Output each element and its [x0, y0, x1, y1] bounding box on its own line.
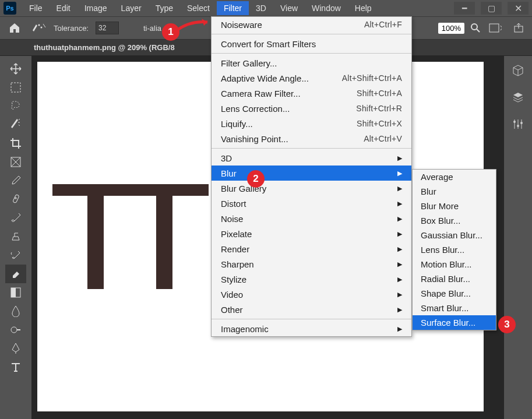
tolerance-label: Tolerance: — [54, 24, 89, 33]
frame-tool-icon[interactable] — [5, 153, 26, 171]
blur-submenu: AverageBlurBlur MoreBox Blur...Gaussian … — [412, 169, 496, 330]
menu-item-stylize[interactable]: Stylize▶ — [212, 272, 411, 287]
menu-item-render[interactable]: Render▶ — [212, 241, 411, 256]
antialias-label: ti-alia — [143, 24, 161, 33]
svg-point-11 — [513, 121, 516, 123]
tool-panel — [0, 56, 31, 419]
menu-item-noiseware[interactable]: NoisewareAlt+Ctrl+F — [212, 17, 411, 32]
svg-rect-9 — [11, 288, 16, 297]
home-icon[interactable] — [5, 19, 24, 37]
maximize-button[interactable]: ▢ — [481, 2, 502, 15]
menu-view[interactable]: View — [273, 1, 305, 15]
menu-window[interactable]: Window — [305, 1, 348, 15]
submenu-item-blur-more[interactable]: Blur More — [413, 199, 496, 213]
submenu-item-motion-blur-[interactable]: Motion Blur... — [413, 257, 496, 272]
dodge-tool-icon[interactable] — [5, 321, 26, 339]
svg-rect-3 — [489, 24, 499, 32]
tolerance-input[interactable] — [96, 22, 119, 34]
menu-item-pixelate[interactable]: Pixelate▶ — [212, 226, 411, 241]
menu-select[interactable]: Select — [180, 1, 217, 15]
submenu-item-smart-blur-[interactable]: Smart Blur... — [413, 301, 496, 315]
menu-item-vanishing-point-[interactable]: Vanishing Point...Alt+Ctrl+V — [212, 131, 411, 146]
blur-tool-icon[interactable] — [5, 302, 26, 321]
submenu-item-shape-blur-[interactable]: Shape Blur... — [413, 286, 496, 301]
brush-tool-icon[interactable] — [5, 209, 26, 227]
menu-item-filter-gallery-[interactable]: Filter Gallery... — [212, 55, 411, 71]
menu-item-convert-for-smart-filters[interactable]: Convert for Smart Filters — [212, 36, 411, 51]
svg-point-1 — [41, 27, 43, 29]
submenu-item-gaussian-blur-[interactable]: Gaussian Blur... — [413, 228, 496, 242]
clone-stamp-tool-icon[interactable] — [5, 227, 26, 246]
svg-point-12 — [517, 125, 519, 127]
document-tab[interactable]: thuthuatphanmem.png @ 209% (RGB/8 — [28, 41, 181, 54]
menu-item-blur-gallery[interactable]: Blur Gallery▶ — [212, 181, 411, 196]
menu-item-adaptive-wide-angle-[interactable]: Adaptive Wide Angle...Alt+Shift+Ctrl+A — [212, 71, 411, 86]
menu-item-distort[interactable]: Distort▶ — [212, 196, 411, 211]
close-button[interactable]: ✕ — [508, 2, 529, 15]
menu-file[interactable]: File — [22, 1, 50, 15]
submenu-item-lens-blur-[interactable]: Lens Blur... — [413, 242, 496, 257]
menu-item-other[interactable]: Other▶ — [212, 302, 411, 317]
menu-item-video[interactable]: Video▶ — [212, 287, 411, 302]
menu-bar: Ps FileEditImageLayerTypeSelectFilter3DV… — [0, 0, 532, 16]
marquee-tool-icon[interactable] — [5, 78, 26, 97]
adjustments-panel-icon[interactable] — [512, 118, 524, 131]
svg-rect-5 — [11, 83, 20, 92]
zoom-level[interactable]: 100% — [438, 23, 464, 34]
filter-menu-dropdown: NoisewareAlt+Ctrl+FConvert for Smart Fil… — [211, 16, 412, 337]
submenu-item-radial-blur-[interactable]: Radial Blur... — [413, 272, 496, 286]
tool-preset-icon[interactable] — [31, 22, 47, 34]
search-icon[interactable] — [470, 23, 481, 33]
menu-filter[interactable]: Filter — [217, 1, 249, 15]
pen-tool-icon[interactable] — [5, 339, 26, 358]
lasso-tool-icon[interactable] — [5, 97, 26, 115]
callout-2: 2 — [247, 170, 265, 188]
eyedropper-tool-icon[interactable] — [5, 171, 26, 190]
callout-3: 3 — [498, 316, 516, 333]
annotation-arrow — [174, 17, 214, 35]
menu-help[interactable]: Help — [348, 1, 379, 15]
right-panel-strip — [504, 56, 532, 419]
minimize-button[interactable]: ━ — [454, 2, 475, 15]
app-logo: Ps — [3, 2, 16, 15]
menu-item-3d[interactable]: 3D▶ — [212, 150, 411, 166]
history-brush-tool-icon[interactable] — [5, 246, 26, 265]
type-tool-icon[interactable] — [5, 358, 26, 376]
svg-point-10 — [11, 327, 17, 333]
menu-item-imagenomic[interactable]: Imagenomic▶ — [212, 321, 411, 336]
window-controls: ━ ▢ ✕ — [454, 2, 529, 15]
submenu-item-blur[interactable]: Blur — [413, 184, 496, 199]
svg-point-13 — [520, 122, 523, 124]
workspace-switcher-icon[interactable] — [487, 20, 504, 36]
svg-point-2 — [471, 24, 477, 30]
eraser-tool-icon[interactable] — [5, 265, 26, 283]
menu-3d[interactable]: 3D — [249, 1, 273, 15]
menu-item-camera-raw-filter-[interactable]: Camera Raw Filter...Shift+Ctrl+A — [212, 86, 411, 101]
submenu-item-average[interactable]: Average — [413, 170, 496, 184]
layers-panel-icon[interactable] — [512, 91, 524, 104]
menu-item-lens-correction-[interactable]: Lens Correction...Shift+Ctrl+R — [212, 101, 411, 116]
submenu-item-box-blur-[interactable]: Box Blur... — [413, 213, 496, 228]
menu-item-noise[interactable]: Noise▶ — [212, 211, 411, 226]
gradient-tool-icon[interactable] — [5, 283, 26, 302]
move-tool-icon[interactable] — [5, 59, 26, 78]
menu-item-sharpen[interactable]: Sharpen▶ — [212, 256, 411, 272]
menu-item-blur[interactable]: Blur▶ — [212, 166, 411, 181]
menu-type[interactable]: Type — [149, 1, 180, 15]
submenu-item-surface-blur-[interactable]: Surface Blur... — [413, 315, 496, 330]
svg-point-0 — [38, 24, 40, 26]
share-icon[interactable] — [510, 20, 527, 36]
menu-edit[interactable]: Edit — [50, 1, 77, 15]
menu-image[interactable]: Image — [77, 1, 114, 15]
crop-tool-icon[interactable] — [5, 134, 26, 153]
3d-panel-icon[interactable] — [512, 64, 524, 77]
healing-brush-tool-icon[interactable] — [5, 190, 26, 209]
canvas-artwork — [52, 184, 209, 289]
callout-1: 1 — [162, 23, 179, 41]
menu-item-liquify-[interactable]: Liquify...Shift+Ctrl+X — [212, 116, 411, 131]
magic-wand-tool-icon[interactable] — [5, 115, 26, 134]
menu-layer[interactable]: Layer — [114, 1, 149, 15]
